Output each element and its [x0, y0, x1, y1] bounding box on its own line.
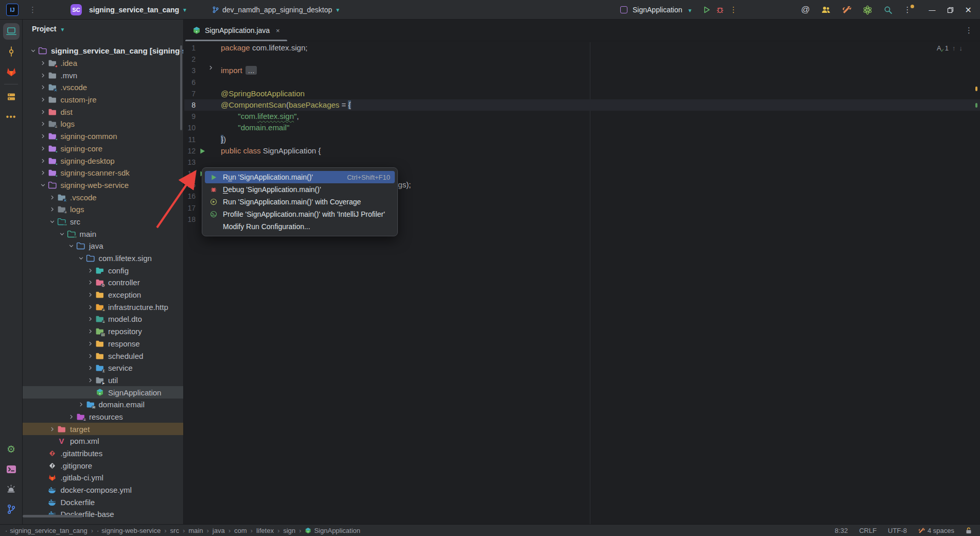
atom-plugin-icon[interactable]	[863, 5, 872, 15]
tree-item-config[interactable]: ⚙config	[23, 264, 183, 276]
project-horizontal-scrollbar[interactable]	[23, 515, 82, 517]
tree-item-signing-service-tan-cang-signing-service-[interactable]: signing_service_tan_cang [signing-servic…	[23, 45, 183, 57]
more-run-actions-icon[interactable]: ⋮	[729, 5, 737, 14]
code-line-13[interactable]: 13	[184, 157, 980, 168]
chevron-down-icon[interactable]	[67, 243, 76, 249]
tree-item-dockerfile-base[interactable]: Dockerfile-base	[23, 508, 183, 521]
restore-button[interactable]	[947, 7, 954, 13]
tree-item-pom-xml[interactable]: Vpom.xml	[23, 435, 183, 447]
project-vertical-scrollbar[interactable]	[180, 45, 182, 130]
chevron-down-icon[interactable]	[29, 48, 38, 54]
chevron-right-icon[interactable]	[86, 280, 95, 285]
chevron-right-icon[interactable]	[86, 365, 95, 371]
code-line-1[interactable]: 1package com.lifetex.sign;	[184, 42, 980, 54]
minimize-button[interactable]: —	[929, 6, 936, 14]
tree-item-domain-email[interactable]: ✉domain.email	[23, 399, 183, 411]
breadcrumb-main[interactable]: main	[188, 527, 203, 534]
chevron-right-icon[interactable]	[39, 158, 47, 164]
tree-item-java[interactable]: java	[23, 240, 183, 252]
chevron-right-icon[interactable]	[39, 133, 47, 139]
code-with-me-icon[interactable]	[821, 6, 831, 14]
menu-item-run[interactable]: Run 'SignApplication.main()' with Covera…	[205, 196, 395, 208]
chevron-right-icon[interactable]	[86, 292, 95, 298]
tree-item--gitattributes[interactable]: .gitattributes	[23, 447, 183, 460]
error-stripe-mark[interactable]	[975, 103, 977, 108]
tree-item--mvn[interactable]: .mvn	[23, 69, 183, 81]
tree-item-signing-common[interactable]: ▪signing-common	[23, 130, 183, 143]
error-stripe-mark[interactable]	[975, 87, 977, 91]
chevron-right-icon[interactable]	[39, 121, 47, 127]
search-everywhere-icon[interactable]	[884, 6, 892, 14]
line-separator[interactable]: CRLF	[859, 527, 877, 534]
chevron-right-icon[interactable]	[39, 97, 47, 102]
code-viewport[interactable]: 1package com.lifetex.sign;23import ...67…	[184, 42, 980, 524]
chevron-right-icon[interactable]	[67, 414, 76, 420]
chevron-right-icon[interactable]	[39, 84, 47, 90]
tab-close-icon[interactable]: ×	[276, 27, 280, 34]
main-menu-icon[interactable]: ⋮	[26, 5, 40, 14]
tree-item-logs[interactable]: ≡logs	[23, 118, 183, 130]
tree-item--gitlab-ci-yml[interactable]: .gitlab-ci.yml	[23, 472, 183, 484]
tab-signapplication-java[interactable]: SignApplication.java ×	[184, 20, 288, 41]
tree-item--gitignore[interactable]: .gitignore	[23, 459, 183, 472]
project-selector[interactable]: signing_service_tan_cang ▼	[89, 6, 187, 14]
commit-tool-button[interactable]	[3, 43, 20, 60]
breadcrumb-signing-web-service[interactable]: ·signing-web-service	[97, 527, 161, 534]
breadcrumb-sign[interactable]: sign	[283, 527, 295, 534]
ai-assistant-icon[interactable]: @	[801, 5, 810, 15]
project-tool-button[interactable]	[3, 23, 20, 40]
chevron-down-icon[interactable]	[48, 219, 57, 224]
indent-style[interactable]: 4 spaces	[918, 527, 954, 534]
tree-item-infrastructure-http[interactable]: ≡infrastructure.http	[23, 301, 183, 313]
menu-item-run[interactable]: Run 'SignApplication.main()'Ctrl+Shift+F…	[205, 171, 395, 183]
chevron-down-icon[interactable]	[77, 255, 85, 261]
settings-button[interactable]: ⚙	[3, 441, 20, 457]
code-line-2[interactable]: 2	[184, 54, 980, 65]
tree-item-model-dto[interactable]: ≡model.dto	[23, 313, 183, 325]
services-tool-button[interactable]	[3, 89, 20, 105]
chevron-right-icon[interactable]	[39, 73, 47, 78]
tree-item-repository[interactable]: ▤repository	[23, 325, 183, 338]
problems-tool-button[interactable]	[3, 481, 20, 497]
chevron-right-icon[interactable]	[48, 206, 57, 212]
chevron-right-icon[interactable]	[39, 60, 47, 66]
breadcrumb-java[interactable]: java	[213, 527, 225, 534]
breadcrumb-signapplication[interactable]: SignApplication	[305, 527, 360, 534]
breadcrumb-src[interactable]: src	[170, 527, 179, 534]
chevron-right-icon[interactable]	[86, 316, 95, 322]
menu-item-modify-run-configuration-[interactable]: Modify Run Configuration...	[205, 220, 395, 233]
run-gutter-icon[interactable]	[199, 148, 206, 154]
tree-item-target[interactable]: target	[23, 423, 183, 435]
run-configuration-selector[interactable]: SignApplication	[633, 6, 682, 14]
more-tool-windows-button[interactable]: •••	[3, 109, 20, 125]
code-line-9[interactable]: 9 "com.lifetex.sign",	[184, 111, 980, 122]
editor-more-icon[interactable]: ⋮	[965, 26, 973, 35]
project-avatar[interactable]: SC	[71, 4, 82, 15]
project-panel-header[interactable]: Project ▼	[23, 20, 183, 38]
code-line-3[interactable]: 3import ...	[184, 65, 980, 76]
tree-item-controller[interactable]: ⚙controller	[23, 276, 183, 289]
chevron-down-icon[interactable]	[39, 182, 47, 188]
fold-expand-icon[interactable]	[208, 65, 214, 71]
chevron-right-icon[interactable]	[39, 109, 47, 115]
tree-item-dist[interactable]: dist	[23, 106, 183, 118]
chevron-right-icon[interactable]	[86, 268, 95, 273]
chevron-right-icon[interactable]	[86, 353, 95, 359]
code-line-12[interactable]: 12public class SignApplication {	[184, 145, 980, 157]
branch-selector[interactable]: dev_namdh_app_signing_desktop ▼	[212, 6, 340, 14]
code-line-8[interactable]: 8@ComponentScan(basePackages = {	[184, 99, 980, 111]
menu-item-debug[interactable]: Debug 'SignApplication.main()'	[205, 183, 395, 196]
tree-item-signapplication[interactable]: SignApplication	[23, 386, 183, 399]
code-line-10[interactable]: 10 "domain.email"	[184, 122, 980, 133]
code-line-11[interactable]: 11})	[184, 134, 980, 145]
tree-item-dockerfile[interactable]: Dockerfile	[23, 496, 183, 508]
caret-position[interactable]: 8:32	[835, 527, 848, 534]
code-line-6[interactable]: 6	[184, 77, 980, 88]
chevron-right-icon[interactable]	[77, 402, 85, 407]
tree-item--vscode[interactable]: ✕.vscode	[23, 81, 183, 94]
tree-item-scheduled[interactable]: scheduled	[23, 350, 183, 362]
gitlab-tool-button[interactable]	[3, 63, 20, 80]
tree-item--idea[interactable]: ●.idea	[23, 57, 183, 70]
file-lock-icon[interactable]	[966, 527, 972, 534]
chevron-right-icon[interactable]	[39, 170, 47, 176]
